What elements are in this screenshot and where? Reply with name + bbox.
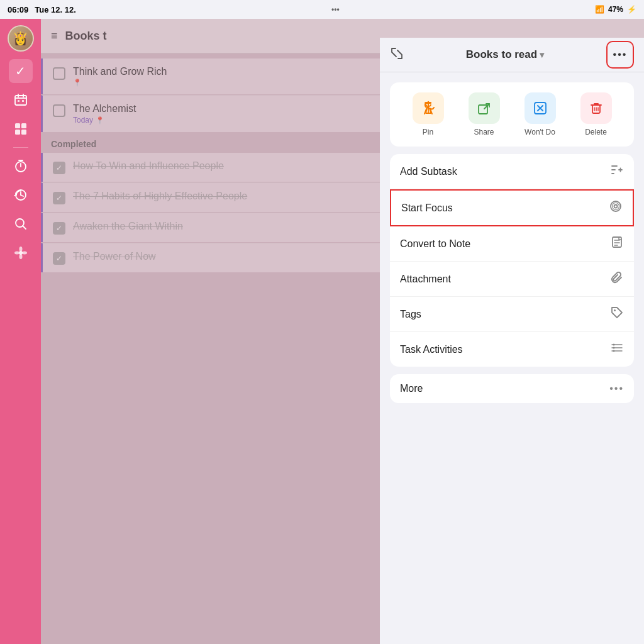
avatar[interactable]: 👸 (8, 25, 34, 52)
sidebar-item-tasks[interactable]: ✓ (9, 59, 33, 83)
status-date: Tue 12. 12. (35, 5, 76, 14)
tags-icon (610, 306, 624, 323)
status-center-dots: ••• (331, 5, 340, 14)
share-label: Share (474, 128, 494, 136)
delete-label: Delete (585, 128, 607, 136)
svg-rect-1 (18, 100, 19, 102)
pin-label: Pin (423, 128, 433, 136)
sidebar-item-grid[interactable] (9, 117, 33, 141)
attachment-icon (610, 270, 624, 287)
sidebar-item-search[interactable] (9, 212, 33, 236)
popup-more-button[interactable]: ••• (606, 41, 634, 69)
status-right: 📶 47% ⚡ (595, 5, 636, 14)
start-focus-label: Start Focus (401, 203, 453, 214)
sidebar-divider-1 (13, 147, 28, 148)
sidebar-item-timer[interactable] (9, 154, 33, 178)
sidebar-item-history[interactable] (9, 183, 33, 207)
popup-content: Pin Share (380, 72, 644, 413)
svg-rect-3 (15, 123, 20, 128)
add-subtask-label: Add Subtask (400, 166, 457, 177)
add-subtask-item[interactable]: Add Subtask (390, 154, 634, 189)
svg-point-25 (613, 350, 615, 352)
svg-rect-6 (21, 130, 26, 135)
share-icon (469, 92, 500, 124)
convert-to-note-label: Convert to Note (400, 238, 470, 250)
svg-point-11 (19, 247, 22, 252)
svg-point-23 (613, 344, 615, 346)
svg-rect-4 (21, 123, 26, 128)
wontdo-label: Won't Do (525, 128, 555, 136)
wifi-icon: 📶 (595, 5, 604, 14)
tags-label: Tags (400, 309, 421, 320)
sidebar: 👸 ✓ (0, 19, 41, 644)
status-time: 06:09 (8, 5, 28, 14)
sidebar-item-flower[interactable] (9, 241, 33, 265)
expand-icon[interactable] (390, 47, 404, 64)
more-icon: ••• (609, 383, 624, 394)
svg-point-20 (613, 203, 619, 210)
more-item[interactable]: More ••• (390, 374, 634, 403)
start-focus-icon (609, 199, 623, 216)
svg-rect-0 (15, 96, 26, 105)
attachment-item[interactable]: Attachment (390, 262, 634, 297)
convert-to-note-item[interactable]: Convert to Note (390, 226, 634, 262)
popup-header: Books to read ▾ ••• (380, 38, 644, 72)
quick-actions: Pin Share (390, 82, 634, 147)
avatar-image: 👸 (9, 26, 33, 50)
start-focus-item[interactable]: Start Focus (390, 189, 634, 226)
wontdo-action[interactable]: Won't Do (525, 92, 556, 136)
svg-point-22 (614, 309, 616, 311)
delete-action[interactable]: Delete (580, 92, 612, 136)
sidebar-item-calendar[interactable] (9, 88, 33, 112)
attachment-label: Attachment (400, 274, 451, 285)
more-label: More (400, 383, 423, 394)
task-activities-label: Task Activities (400, 344, 463, 355)
pin-icon (413, 92, 444, 124)
task-activities-icon (610, 341, 624, 358)
svg-point-24 (613, 347, 615, 349)
delete-icon (580, 92, 612, 124)
wontdo-icon (525, 92, 556, 124)
convert-to-note-icon (610, 235, 624, 252)
status-left: 06:09 Tue 12. 12. (8, 5, 76, 14)
pin-action[interactable]: Pin (413, 92, 444, 136)
battery-icon: ⚡ (627, 5, 636, 14)
status-bar: 06:09 Tue 12. 12. ••• 📶 47% ⚡ (0, 0, 644, 19)
popup-panel: Books to read ▾ ••• (380, 38, 644, 644)
svg-rect-2 (22, 100, 24, 102)
add-subtask-icon (610, 163, 624, 180)
battery-percent: 47% (608, 5, 623, 14)
menu-card-1: Add Subtask Start Focus (390, 154, 634, 367)
more-card: More ••• (390, 374, 634, 403)
popup-title-chevron: ▾ (540, 50, 544, 60)
svg-point-19 (614, 205, 618, 208)
svg-point-13 (14, 252, 19, 255)
svg-rect-5 (15, 130, 20, 135)
share-action[interactable]: Share (469, 92, 500, 136)
svg-point-12 (19, 254, 22, 259)
popup-title: Books to read ▾ (466, 48, 544, 61)
app-container: 👸 ✓ (0, 19, 644, 644)
task-activities-item[interactable]: Task Activities (390, 332, 634, 367)
svg-point-14 (22, 252, 27, 255)
tags-item[interactable]: Tags (390, 297, 634, 332)
popup-more-dots: ••• (613, 49, 628, 60)
